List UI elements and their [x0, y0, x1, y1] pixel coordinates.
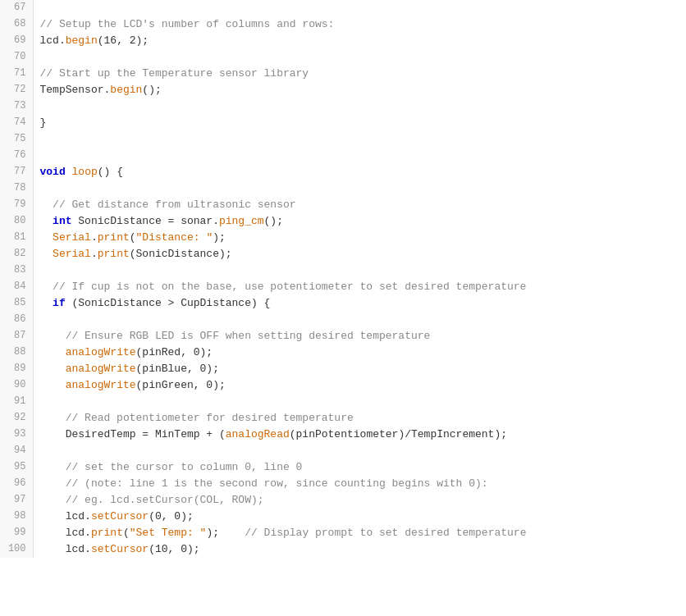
comment-token: // Get distance from ultrasonic sensor — [40, 198, 296, 211]
type-kw-token: void — [40, 166, 66, 178]
fn-call-token: begin — [66, 34, 98, 47]
type-kw-token: int — [53, 215, 71, 227]
plain-token: TempSensor. — [40, 84, 111, 96]
line-number: 89 — [0, 361, 33, 377]
line-content: // Ensure RGB LED is OFF when setting de… — [33, 328, 686, 345]
plain-token: (pinPotentiometer)/TempIncrement); — [290, 428, 507, 440]
line-content: int SonicDistance = sonar.ping_cm(); — [33, 213, 686, 230]
line-number: 80 — [0, 213, 33, 230]
type-kw-token: if — [53, 297, 66, 309]
plain-token: lcd. — [40, 543, 91, 555]
line-content: if (SonicDistance > CupDistance) { — [33, 295, 686, 312]
line-content: // set the cursor to column 0, line 0 — [33, 459, 686, 476]
comment-token: // Setup the LCD's number of columns and… — [40, 18, 335, 30]
plain-token: . — [91, 248, 98, 260]
table-row: 76 — [0, 148, 686, 164]
line-number: 79 — [0, 197, 33, 213]
line-number: 95 — [0, 459, 33, 476]
code-editor: 67 68// Setup the LCD's number of column… — [0, 0, 686, 616]
plain-token: (pinGreen, 0); — [136, 379, 226, 391]
line-number: 97 — [0, 492, 33, 509]
kw-orange-token: Serial — [53, 231, 91, 244]
plain-token: (SonicDistance > CupDistance) { — [66, 297, 271, 309]
table-row: 68// Setup the LCD's number of columns a… — [0, 16, 686, 33]
fn-call-token: setCursor — [91, 510, 149, 522]
plain-token — [66, 166, 72, 178]
line-content: analogWrite(pinRed, 0); — [33, 345, 686, 361]
fn-call-token: begin — [110, 84, 142, 96]
kw-orange-token: Serial — [53, 248, 91, 260]
plain-token — [40, 379, 66, 391]
comment-token: // Read potentiometer for desired temper… — [40, 412, 354, 424]
plain-token — [40, 346, 66, 358]
line-number: 92 — [0, 410, 33, 427]
plain-token: SonicDistance = sonar. — [72, 215, 219, 227]
line-content: // Start up the Temperature sensor libra… — [33, 66, 686, 82]
line-number: 74 — [0, 115, 33, 131]
string-token: "Set Temp: " — [130, 527, 207, 539]
line-number: 87 — [0, 328, 33, 345]
line-content — [33, 443, 686, 459]
plain-token: (SonicDistance); — [130, 248, 232, 260]
comment-token: // (note: line 1 is the second row, sinc… — [40, 477, 488, 490]
line-content: DesiredTemp = MinTemp + (analogRead(pinP… — [33, 427, 686, 443]
fn-call-token: analogRead — [226, 428, 290, 440]
table-row: 82 Serial.print(SonicDistance); — [0, 246, 686, 262]
line-content: lcd.setCursor(10, 0); — [33, 541, 686, 558]
line-content: TempSensor.begin(); — [33, 82, 686, 98]
plain-token: (); — [142, 84, 161, 96]
plain-token: (pinBlue, 0); — [136, 363, 219, 375]
table-row: 100 lcd.setCursor(10, 0); — [0, 541, 686, 558]
line-number: 71 — [0, 66, 33, 82]
line-content: lcd.begin(16, 2); — [33, 33, 686, 49]
code-table: 67 68// Setup the LCD's number of column… — [0, 0, 686, 558]
fn-call-token: print — [98, 231, 130, 244]
line-number: 78 — [0, 180, 33, 197]
plain-token: DesiredTemp = MinTemp + ( — [40, 428, 226, 440]
line-number: 75 — [0, 131, 33, 148]
comment-token: // Start up the Temperature sensor libra… — [40, 67, 309, 80]
line-content — [33, 98, 686, 115]
line-content: lcd.print("Set Temp: "); // Display prom… — [33, 525, 686, 541]
plain-token: (); — [264, 215, 283, 227]
table-row: 93 DesiredTemp = MinTemp + (analogRead(p… — [0, 427, 686, 443]
table-row: 80 int SonicDistance = sonar.ping_cm(); — [0, 213, 686, 230]
comment-token: // Display prompt to set desired tempera… — [245, 527, 526, 539]
line-number: 99 — [0, 525, 33, 541]
table-row: 79 // Get distance from ultrasonic senso… — [0, 197, 686, 213]
plain-token — [40, 231, 53, 244]
comment-token: // eg. lcd.setCursor(COL, ROW); — [40, 494, 264, 506]
fn-call-token: print — [91, 527, 123, 539]
plain-token: ( — [123, 527, 130, 539]
line-number: 88 — [0, 345, 33, 361]
line-content: // eg. lcd.setCursor(COL, ROW); — [33, 492, 686, 509]
line-number: 90 — [0, 377, 33, 394]
table-row: 95 // set the cursor to column 0, line 0 — [0, 459, 686, 476]
table-row: 98 lcd.setCursor(0, 0); — [0, 509, 686, 525]
fn-call-token: setCursor — [91, 543, 149, 555]
line-number: 84 — [0, 279, 33, 295]
plain-token: (pinRed, 0); — [136, 346, 213, 358]
table-row: 83 — [0, 262, 686, 279]
table-row: 69lcd.begin(16, 2); — [0, 33, 686, 49]
table-row: 99 lcd.print("Set Temp: "); // Display p… — [0, 525, 686, 541]
line-content — [33, 180, 686, 197]
line-content: // (note: line 1 is the second row, sinc… — [33, 476, 686, 492]
table-row: 73 — [0, 98, 686, 115]
line-number: 100 — [0, 541, 33, 558]
table-row: 88 analogWrite(pinRed, 0); — [0, 345, 686, 361]
plain-token: () { — [98, 166, 123, 178]
line-number: 85 — [0, 295, 33, 312]
line-number: 67 — [0, 0, 33, 16]
table-row: 94 — [0, 443, 686, 459]
line-number: 91 — [0, 394, 33, 410]
plain-token: (0, 0); — [149, 510, 194, 522]
line-content: lcd.setCursor(0, 0); — [33, 509, 686, 525]
plain-token: (10, 0); — [149, 543, 199, 555]
line-content: // Get distance from ultrasonic sensor — [33, 197, 686, 213]
plain-token — [40, 215, 53, 227]
line-content — [33, 0, 686, 16]
table-row: 70 — [0, 49, 686, 66]
plain-token: . — [91, 231, 98, 244]
line-content: Serial.print("Distance: "); — [33, 230, 686, 246]
